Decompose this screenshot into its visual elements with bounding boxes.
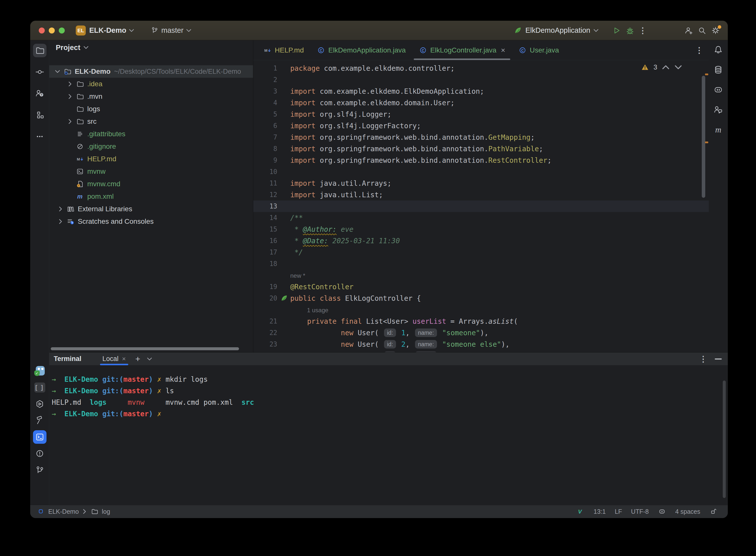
code-line-14[interactable]: 14/**	[253, 212, 709, 223]
tree-item-mvnw[interactable]: mvnw	[49, 165, 253, 178]
git-tool-icon[interactable]	[33, 463, 46, 477]
tree-item-help-md[interactable]: MHELP.md	[49, 153, 253, 165]
tree-item--gitignore[interactable]: .gitignore	[49, 140, 253, 153]
editor-tab-user-java[interactable]: CUser.java	[512, 40, 565, 60]
close-terminal-tab-icon[interactable]: ×	[122, 355, 126, 363]
code-line-17[interactable]: 17 */	[253, 246, 709, 258]
project-widget-icon[interactable]	[37, 507, 45, 516]
problems-tool-icon[interactable]	[33, 447, 46, 460]
tab-options-icon[interactable]: ⋮	[695, 45, 704, 55]
lock-icon[interactable]	[709, 507, 718, 516]
terminal-tab-local[interactable]: Local ×	[100, 352, 129, 365]
tree-item--idea[interactable]: .idea	[49, 78, 253, 90]
terminal-options-icon[interactable]: ⋮	[699, 354, 708, 364]
close-tab-icon[interactable]: ×	[501, 46, 506, 55]
tree-item-mvnw-cmd[interactable]: mvnw.cmd	[49, 178, 253, 190]
code-line-1[interactable]: 1package com.example.elkdemo.controller;	[253, 63, 709, 74]
terminal-tool-icon[interactable]	[33, 430, 46, 444]
code-with-me-icon[interactable]	[683, 25, 694, 36]
close-window-button[interactable]	[39, 28, 45, 34]
code-inlay-row[interactable]: new *	[253, 270, 709, 281]
tree-item-logs[interactable]: logs	[49, 103, 253, 115]
notifications-bell-icon[interactable]	[712, 43, 725, 56]
structure-tool-icon[interactable]	[33, 108, 46, 122]
code-line-20[interactable]: 20public class ElkLogController {	[253, 292, 709, 304]
file-encoding[interactable]: UTF-8	[631, 508, 649, 515]
project-selector[interactable]: ELK-Demo	[86, 26, 134, 35]
caret-position[interactable]: 13:1	[593, 508, 606, 515]
code-line-21[interactable]: 21 private final List<User> userList = A…	[253, 315, 709, 327]
code-line-18[interactable]: 18	[253, 258, 709, 270]
terminal-title[interactable]: Terminal	[54, 355, 81, 363]
code-line-9[interactable]: 9import org.springframework.web.bind.ann…	[253, 154, 709, 166]
commit-tool-icon[interactable]	[33, 65, 46, 79]
copilot-tool-icon[interactable]	[712, 83, 725, 96]
pull-requests-tool-icon[interactable]: ?	[33, 87, 46, 100]
tree-item-elk-demo[interactable]: ELK-Demo~/Desktop/CS/Tools/ELK/Code/ELK-…	[49, 65, 253, 78]
brackets-tool-icon[interactable]: [ ]	[33, 381, 46, 394]
plugin-mascot-icon[interactable]: ✓	[33, 364, 46, 378]
run-button[interactable]	[611, 25, 622, 36]
horizontal-scrollbar[interactable]	[51, 347, 239, 350]
code-line-4[interactable]: 4import com.example.elkdemo.domain.User;	[253, 97, 709, 108]
editor-tab-elkdemoapplication-java[interactable]: CElkDemoApplication.java	[310, 40, 412, 60]
code-line-2[interactable]: 2	[253, 74, 709, 85]
minimize-terminal-icon[interactable]	[715, 358, 722, 359]
git-branch-selector[interactable]: master	[150, 26, 192, 35]
terminal-tab-dropdown-icon[interactable]	[147, 357, 152, 361]
code-line-22[interactable]: 22 new User( id: 1, name: "someone"),	[253, 327, 709, 339]
editor-tab-elklogcontroller-java[interactable]: CElkLogController.java×	[412, 40, 512, 60]
more-actions-icon[interactable]: ⋮	[638, 26, 647, 35]
indent-style[interactable]: 4 spaces	[675, 508, 700, 515]
settings-gear-icon[interactable]	[710, 25, 721, 36]
project-tool-icon[interactable]	[33, 44, 46, 57]
code-line-7[interactable]: 7import org.springframework.web.bind.ann…	[253, 132, 709, 143]
debug-button[interactable]	[625, 25, 635, 36]
next-warning-icon[interactable]	[674, 63, 682, 71]
code-editor[interactable]: 1package com.example.elkdemo.controller;…	[253, 60, 709, 352]
copilot-status-icon[interactable]	[658, 507, 666, 516]
more-tool-windows-icon[interactable]	[33, 130, 46, 143]
new-terminal-tab-icon[interactable]: +	[135, 354, 140, 364]
inspection-widget[interactable]: 3	[641, 63, 682, 71]
tree-item-scratches-and-consoles[interactable]: Scratches and Consoles	[49, 215, 253, 228]
terminal-scrollbar[interactable]	[723, 381, 726, 498]
code-line-11[interactable]: 11import java.util.Arrays;	[253, 177, 709, 189]
code-line-3[interactable]: 3import com.example.elkdemo.ElkDemoAppli…	[253, 85, 709, 97]
run-configuration[interactable]: ElkDemoApplication	[525, 26, 590, 35]
editor-scrollbar[interactable]	[702, 76, 705, 198]
maven-tool-icon[interactable]: m	[712, 123, 725, 136]
code-line-19[interactable]: 19@RestController	[253, 281, 709, 292]
code-line-12[interactable]: 12import java.util.List;	[253, 189, 709, 201]
search-everywhere-icon[interactable]	[697, 25, 707, 36]
code-line-24[interactable]: 24 new User( id: 3, name: "…")	[253, 350, 709, 352]
build-tool-icon[interactable]	[33, 414, 46, 427]
code-line-6[interactable]: 6import org.slf4j.LoggerFactory;	[253, 120, 709, 132]
prev-warning-icon[interactable]	[662, 63, 670, 71]
tree-item-src[interactable]: src	[49, 115, 253, 128]
minimize-window-button[interactable]	[49, 28, 55, 34]
code-inlay-row[interactable]: 1 usage	[253, 304, 709, 315]
editor-tab-help-md[interactable]: MHELP.md	[257, 40, 310, 60]
inlay-hint[interactable]: new *	[290, 272, 305, 279]
tree-item-external-libraries[interactable]: External Libraries	[49, 203, 253, 215]
spring-bean-gutter-icon[interactable]	[280, 294, 288, 303]
code-line-5[interactable]: 5import org.slf4j.Logger;	[253, 108, 709, 120]
tree-item--gitattributes[interactable]: .gitattributes	[49, 128, 253, 140]
project-panel-header[interactable]: Project	[49, 40, 253, 55]
line-ending[interactable]: LF	[615, 508, 622, 515]
chevron-down-icon[interactable]	[593, 29, 599, 32]
code-line-8[interactable]: 8import org.springframework.web.bind.ann…	[253, 143, 709, 154]
code-line-16[interactable]: 16 * @Date: 2025-03-21 11:30	[253, 235, 709, 246]
inlay-hint[interactable]: 1 usage	[290, 307, 328, 313]
copilot-chat-tool-icon[interactable]	[712, 103, 725, 116]
services-tool-icon[interactable]	[33, 397, 46, 411]
code-line-15[interactable]: 15 * @Author: eve	[253, 223, 709, 235]
code-line-10[interactable]: 10	[253, 166, 709, 177]
breadcrumb-project[interactable]: ELK-Demo	[48, 508, 79, 515]
tree-item-pom-xml[interactable]: mpom.xml	[49, 190, 253, 203]
code-line-13[interactable]: 13	[253, 201, 709, 212]
v-plugin-icon[interactable]: V	[576, 507, 584, 516]
tree-item--mvn[interactable]: .mvn	[49, 90, 253, 103]
breadcrumb-folder[interactable]: log	[102, 508, 110, 515]
